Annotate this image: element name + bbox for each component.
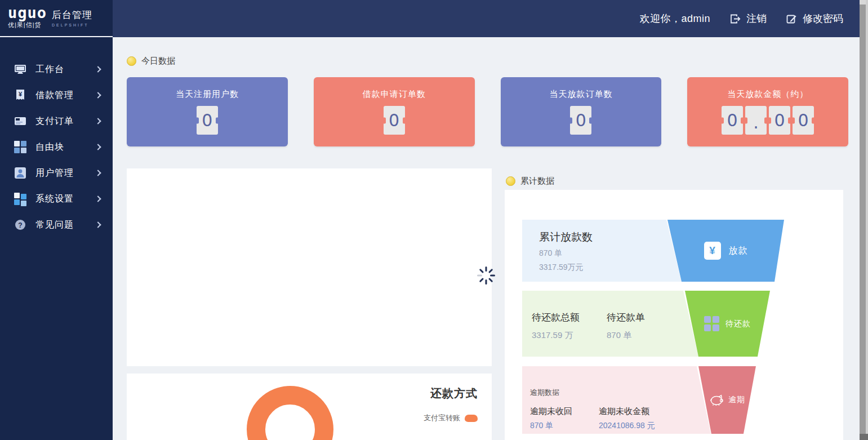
stat-column: 逾期未收金额 20241086.98 元 xyxy=(599,406,655,431)
legend-label: 支付宝转账 xyxy=(424,413,460,423)
cumulative-section-header: 累计数据 xyxy=(506,176,554,186)
sidebar-item-label: 自由块 xyxy=(35,141,96,153)
chevron-right-icon xyxy=(95,66,101,72)
logo-title: 后台管理 DELPSHIFT xyxy=(52,8,92,27)
stat-card-title: 当天放款订单数 xyxy=(501,89,662,100)
main-content: 今日数据 当天注册用户数 0 借款申请订单数 0 当天放款订单数 0 当天放款金… xyxy=(113,37,860,440)
question-icon: ? xyxy=(14,218,27,232)
piggy-bank-icon xyxy=(709,394,725,406)
flip-digit-dot: . xyxy=(745,106,767,135)
row-value: 870 单 xyxy=(539,248,682,259)
stat-card-disbursed-orders: 当天放款订单数 0 xyxy=(501,77,662,146)
row-heading: 逾期数据 xyxy=(530,388,711,398)
svg-text:¥: ¥ xyxy=(19,91,23,97)
stat-card-title: 借款申请订单数 xyxy=(314,89,475,100)
stat-card-title: 当天注册用户数 xyxy=(127,89,288,100)
chevron-right-icon xyxy=(95,118,101,124)
yen-receipt-icon: ¥ xyxy=(704,242,721,260)
flip-digit: 0 xyxy=(769,106,790,135)
edit-icon xyxy=(786,13,798,25)
chevron-right-icon xyxy=(95,221,101,228)
stat-value: 20241086.98 元 xyxy=(599,421,655,431)
chevron-right-icon xyxy=(95,170,101,176)
monitor-icon xyxy=(14,63,27,76)
user-icon xyxy=(14,166,27,180)
stat-column: 待还款总额 3317.59 万 xyxy=(532,311,607,357)
today-cards: 当天注册用户数 0 借款申请订单数 0 当天放款订单数 0 当天放款金额（约） … xyxy=(127,77,848,146)
welcome-text: 欢迎你，admin xyxy=(639,12,710,25)
sidebar-item-loan-management[interactable]: ¥ 借款管理 xyxy=(0,82,113,108)
sidebar-menu: 工作台 ¥ 借款管理 支付订单 自由块 xyxy=(0,37,113,238)
funnel-band: 待还款总额 3317.59 万 待还款单 870 单 xyxy=(522,291,698,357)
stat-title: 待还款总额 xyxy=(532,311,607,324)
flip-digit: 0 xyxy=(722,106,743,135)
flip-digit: 0 xyxy=(384,106,405,135)
pie-chart-ring xyxy=(247,386,333,440)
gold-dot-icon xyxy=(506,176,515,186)
chevron-right-icon xyxy=(95,92,101,98)
pie-legend-item-alipay[interactable]: 支付宝转账 xyxy=(424,413,478,423)
flip-digit: 0 xyxy=(570,106,591,135)
sidebar-item-workbench[interactable]: 工作台 xyxy=(0,56,113,82)
sidebar-item-label: 系统设置 xyxy=(35,193,96,205)
grid-icon xyxy=(704,316,719,331)
chevron-right-icon xyxy=(95,144,101,150)
cumulative-section-title: 累计数据 xyxy=(520,176,554,186)
logout-button[interactable]: 注销 xyxy=(729,12,767,25)
sidebar-item-label: 工作台 xyxy=(35,64,96,75)
funnel-band: 逾期数据 逾期未收回 870 单 逾期未收金额 20241086.98 元 xyxy=(522,366,711,434)
funnel-tag: 待还款 xyxy=(725,319,751,329)
funnel-segment-disburse: ¥ 放款 xyxy=(667,220,784,282)
gold-dot-icon xyxy=(127,56,136,66)
vertical-scrollbar[interactable] xyxy=(860,0,868,440)
stat-value: 870 单 xyxy=(607,330,645,341)
stat-column: 逾期未收回 870 单 xyxy=(530,406,599,431)
funnel-band: 累计放款数 870 单 3317.59万元 xyxy=(522,220,682,282)
logo-title-subtext: DELPSHIFT xyxy=(52,23,92,27)
sidebar-item-label: 常见问题 xyxy=(35,219,96,231)
payment-card-icon xyxy=(14,114,27,128)
funnel-segment-pending: 待还款 xyxy=(685,291,770,357)
stat-value: 3317.59 万 xyxy=(532,330,607,341)
stat-column: 待还款单 870 单 xyxy=(607,311,645,357)
logout-icon xyxy=(729,13,741,25)
funnel-row-overdue: 逾期数据 逾期未收回 870 单 逾期未收金额 20241086.98 元 xyxy=(522,366,826,434)
sidebar-item-user-management[interactable]: 用户管理 xyxy=(0,160,113,186)
logo-mark-subtext: 优|果|信|贷 xyxy=(8,21,47,29)
blocks-icon xyxy=(14,140,27,154)
sidebar-item-free-blocks[interactable]: 自由块 xyxy=(0,134,113,160)
change-password-button[interactable]: 修改密码 xyxy=(786,12,843,25)
sidebar-item-label: 支付订单 xyxy=(35,115,96,127)
legend-marker-icon xyxy=(465,415,478,422)
repayment-method-panel: 还款方式 支付宝转账 xyxy=(127,374,492,440)
svg-text:?: ? xyxy=(18,221,22,229)
change-password-label: 修改密码 xyxy=(803,12,843,25)
sidebar-item-system-settings[interactable]: 系统设置 xyxy=(0,186,113,212)
sidebar-item-faq[interactable]: ? 常见问题 xyxy=(0,212,113,238)
stat-value: 870 单 xyxy=(530,421,599,431)
stat-card-loan-applications: 借款申请订单数 0 xyxy=(314,77,475,146)
today-section-header: 今日数据 xyxy=(127,56,175,66)
sidebar-item-payment-orders[interactable]: 支付订单 xyxy=(0,108,113,134)
funnel-tag: 放款 xyxy=(729,245,748,257)
loan-receipt-icon: ¥ xyxy=(14,88,27,102)
flip-digit: 0 xyxy=(197,106,218,135)
logo-title-text: 后台管理 xyxy=(52,8,92,21)
stat-title: 逾期未收金额 xyxy=(599,406,655,417)
chevron-right-icon xyxy=(95,195,101,202)
funnel-row-pending-repayment: 待还款总额 3317.59 万 待还款单 870 单 待还款 xyxy=(522,291,826,357)
sidebar: uguo 优|果|信|贷 后台管理 DELPSHIFT 工作台 ¥ 借款管理 xyxy=(0,0,113,440)
logo-mark: uguo 优|果|信|贷 xyxy=(8,6,47,29)
loading-spinner-icon xyxy=(476,265,496,286)
logout-label: 注销 xyxy=(746,12,767,25)
top-header: 欢迎你，admin 注销 修改密码 xyxy=(113,0,868,37)
stat-title: 待还款单 xyxy=(607,311,645,324)
today-section-title: 今日数据 xyxy=(141,56,175,66)
settings-icon xyxy=(14,192,27,206)
logo-mark-text: uguo xyxy=(8,6,47,20)
app-logo: uguo 优|果|信|贷 后台管理 DELPSHIFT xyxy=(0,0,113,37)
sidebar-item-label: 借款管理 xyxy=(35,90,96,101)
row-value: 3317.59万元 xyxy=(539,263,682,273)
stat-card-registered-users: 当天注册用户数 0 xyxy=(127,77,288,146)
loading-chart-panel xyxy=(127,168,492,366)
